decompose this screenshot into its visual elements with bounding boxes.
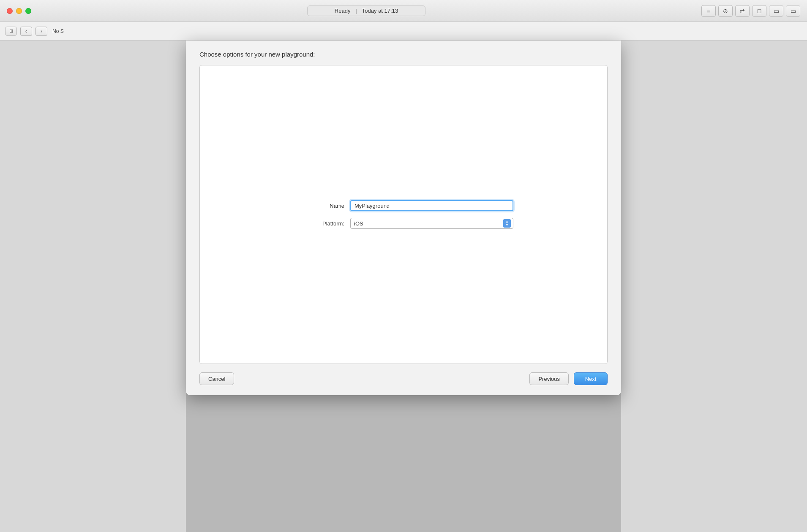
dialog-title: Choose options for your new playground: <box>199 51 315 58</box>
sheet-dialog: Choose options for your new playground: … <box>186 41 621 395</box>
titlebar: Ready | Today at 17:13 ≡ ⊘ ⇄ □ ▭ ▭ <box>0 0 807 22</box>
platform-select-wrapper: iOS macOS tvOS ▲ ▼ <box>350 218 513 229</box>
footer-right: Previous Next <box>529 372 608 385</box>
secondary-toolbar: ⊞ ‹ › No S <box>0 22 807 41</box>
view3-button[interactable]: ▭ <box>786 5 800 17</box>
view3-icon: ▭ <box>791 8 796 14</box>
sheet-header: Choose options for your new playground: <box>186 41 621 65</box>
titlebar-right: ≡ ⊘ ⇄ □ ▭ ▭ <box>701 5 800 17</box>
app-window: Ready | Today at 17:13 ≡ ⊘ ⇄ □ ▭ ▭ <box>0 0 807 532</box>
refresh-icon: ⊘ <box>723 8 728 14</box>
content-panel: Name Platform: iOS macOS tvOS <box>199 65 608 364</box>
form-area: Name Platform: iOS macOS tvOS <box>213 200 594 229</box>
view1-button[interactable]: □ <box>752 5 766 17</box>
nav-forward-button[interactable]: › <box>35 27 47 36</box>
swap-icon: ⇄ <box>740 8 745 14</box>
view2-button[interactable]: ▭ <box>769 5 783 17</box>
align-button[interactable]: ≡ <box>701 5 716 17</box>
traffic-lights <box>7 8 31 14</box>
platform-select[interactable]: iOS macOS tvOS <box>350 218 513 229</box>
previous-button[interactable]: Previous <box>529 372 569 385</box>
sheet-overlay: Choose options for your new playground: … <box>186 41 621 532</box>
grid-view-button[interactable]: ⊞ <box>5 27 17 36</box>
titlebar-center: Ready | Today at 17:13 <box>36 5 696 16</box>
refresh-button[interactable]: ⊘ <box>718 5 733 17</box>
sheet-footer: Cancel Previous Next <box>186 364 621 395</box>
separator: | <box>355 8 357 14</box>
view2-icon: ▭ <box>774 8 779 14</box>
nav-back-button[interactable]: ‹ <box>20 27 32 36</box>
minimize-button[interactable] <box>16 8 22 14</box>
name-row: Name <box>294 200 513 211</box>
swap-button[interactable]: ⇄ <box>735 5 750 17</box>
main-content: Choose options for your new playground: … <box>0 41 807 532</box>
align-icon: ≡ <box>707 8 710 14</box>
next-button[interactable]: Next <box>574 372 608 385</box>
maximize-button[interactable] <box>25 8 31 14</box>
titlebar-status: Ready | Today at 17:13 <box>307 5 425 16</box>
cancel-button[interactable]: Cancel <box>199 372 234 385</box>
platform-label: Platform: <box>294 220 344 227</box>
view1-icon: □ <box>758 8 761 14</box>
forward-icon: › <box>41 28 42 34</box>
grid-icon: ⊞ <box>9 28 13 34</box>
name-label: Name <box>294 203 344 209</box>
name-input[interactable] <box>350 200 513 211</box>
close-button[interactable] <box>7 8 13 14</box>
breadcrumb: No S <box>52 28 64 34</box>
back-icon: ‹ <box>25 28 27 34</box>
ready-status: Ready <box>335 8 351 14</box>
datetime-label: Today at 17:13 <box>362 8 398 14</box>
platform-row: Platform: iOS macOS tvOS ▲ ▼ <box>294 218 513 229</box>
